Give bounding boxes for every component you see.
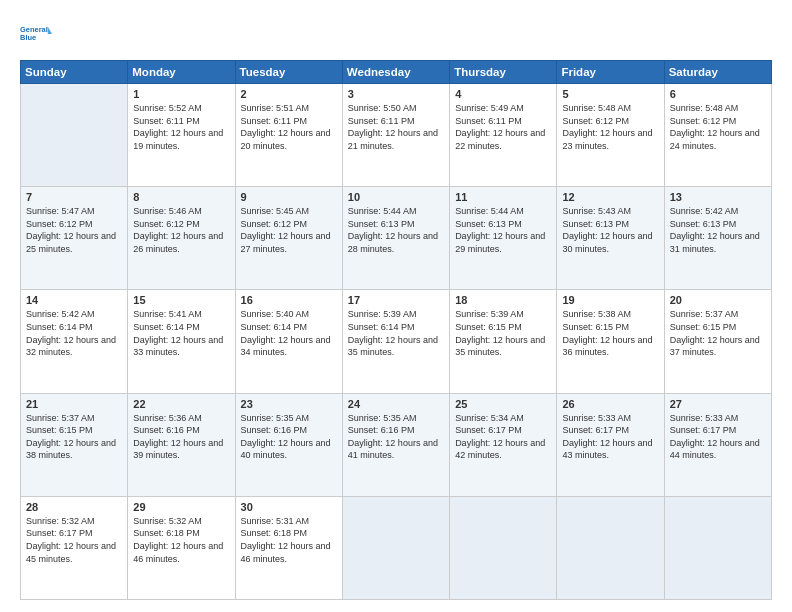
cell-info: Sunrise: 5:44 AMSunset: 6:13 PMDaylight:… [348, 205, 444, 255]
calendar-cell: 5 Sunrise: 5:48 AMSunset: 6:12 PMDayligh… [557, 84, 664, 187]
cell-info: Sunrise: 5:48 AMSunset: 6:12 PMDaylight:… [670, 102, 766, 152]
calendar-cell: 1 Sunrise: 5:52 AMSunset: 6:11 PMDayligh… [128, 84, 235, 187]
day-number: 21 [26, 398, 122, 410]
cell-info: Sunrise: 5:47 AMSunset: 6:12 PMDaylight:… [26, 205, 122, 255]
cell-info: Sunrise: 5:45 AMSunset: 6:12 PMDaylight:… [241, 205, 337, 255]
cell-info: Sunrise: 5:51 AMSunset: 6:11 PMDaylight:… [241, 102, 337, 152]
cell-info: Sunrise: 5:32 AMSunset: 6:17 PMDaylight:… [26, 515, 122, 565]
calendar-cell: 2 Sunrise: 5:51 AMSunset: 6:11 PMDayligh… [235, 84, 342, 187]
cell-info: Sunrise: 5:32 AMSunset: 6:18 PMDaylight:… [133, 515, 229, 565]
calendar-weekday-header: Monday [128, 61, 235, 84]
calendar-cell: 14 Sunrise: 5:42 AMSunset: 6:14 PMDaylig… [21, 290, 128, 393]
day-number: 26 [562, 398, 658, 410]
calendar-cell: 21 Sunrise: 5:37 AMSunset: 6:15 PMDaylig… [21, 393, 128, 496]
cell-info: Sunrise: 5:37 AMSunset: 6:15 PMDaylight:… [26, 412, 122, 462]
cell-info: Sunrise: 5:31 AMSunset: 6:18 PMDaylight:… [241, 515, 337, 565]
calendar-cell: 23 Sunrise: 5:35 AMSunset: 6:16 PMDaylig… [235, 393, 342, 496]
calendar-week-row: 1 Sunrise: 5:52 AMSunset: 6:11 PMDayligh… [21, 84, 772, 187]
calendar-cell: 7 Sunrise: 5:47 AMSunset: 6:12 PMDayligh… [21, 187, 128, 290]
calendar-week-row: 14 Sunrise: 5:42 AMSunset: 6:14 PMDaylig… [21, 290, 772, 393]
calendar-cell: 29 Sunrise: 5:32 AMSunset: 6:18 PMDaylig… [128, 496, 235, 599]
day-number: 11 [455, 191, 551, 203]
cell-info: Sunrise: 5:39 AMSunset: 6:15 PMDaylight:… [455, 308, 551, 358]
calendar-week-row: 7 Sunrise: 5:47 AMSunset: 6:12 PMDayligh… [21, 187, 772, 290]
day-number: 6 [670, 88, 766, 100]
cell-info: Sunrise: 5:40 AMSunset: 6:14 PMDaylight:… [241, 308, 337, 358]
day-number: 10 [348, 191, 444, 203]
day-number: 18 [455, 294, 551, 306]
logo-svg: General Blue [20, 18, 52, 50]
day-number: 2 [241, 88, 337, 100]
calendar-cell: 26 Sunrise: 5:33 AMSunset: 6:17 PMDaylig… [557, 393, 664, 496]
calendar-cell: 17 Sunrise: 5:39 AMSunset: 6:14 PMDaylig… [342, 290, 449, 393]
calendar-weekday-header: Friday [557, 61, 664, 84]
day-number: 19 [562, 294, 658, 306]
cell-info: Sunrise: 5:43 AMSunset: 6:13 PMDaylight:… [562, 205, 658, 255]
calendar-cell: 8 Sunrise: 5:46 AMSunset: 6:12 PMDayligh… [128, 187, 235, 290]
day-number: 1 [133, 88, 229, 100]
cell-info: Sunrise: 5:36 AMSunset: 6:16 PMDaylight:… [133, 412, 229, 462]
calendar-weekday-header: Wednesday [342, 61, 449, 84]
calendar-cell: 3 Sunrise: 5:50 AMSunset: 6:11 PMDayligh… [342, 84, 449, 187]
cell-info: Sunrise: 5:52 AMSunset: 6:11 PMDaylight:… [133, 102, 229, 152]
calendar-cell: 13 Sunrise: 5:42 AMSunset: 6:13 PMDaylig… [664, 187, 771, 290]
day-number: 9 [241, 191, 337, 203]
calendar-cell: 16 Sunrise: 5:40 AMSunset: 6:14 PMDaylig… [235, 290, 342, 393]
calendar-weekday-header: Saturday [664, 61, 771, 84]
header: General Blue [20, 18, 772, 50]
calendar-weekday-header: Sunday [21, 61, 128, 84]
cell-info: Sunrise: 5:33 AMSunset: 6:17 PMDaylight:… [562, 412, 658, 462]
calendar-cell: 18 Sunrise: 5:39 AMSunset: 6:15 PMDaylig… [450, 290, 557, 393]
day-number: 15 [133, 294, 229, 306]
day-number: 24 [348, 398, 444, 410]
calendar-cell: 28 Sunrise: 5:32 AMSunset: 6:17 PMDaylig… [21, 496, 128, 599]
calendar-cell [664, 496, 771, 599]
calendar-cell: 6 Sunrise: 5:48 AMSunset: 6:12 PMDayligh… [664, 84, 771, 187]
cell-info: Sunrise: 5:39 AMSunset: 6:14 PMDaylight:… [348, 308, 444, 358]
calendar-cell: 27 Sunrise: 5:33 AMSunset: 6:17 PMDaylig… [664, 393, 771, 496]
calendar-cell: 12 Sunrise: 5:43 AMSunset: 6:13 PMDaylig… [557, 187, 664, 290]
calendar-body: 1 Sunrise: 5:52 AMSunset: 6:11 PMDayligh… [21, 84, 772, 600]
calendar-cell: 30 Sunrise: 5:31 AMSunset: 6:18 PMDaylig… [235, 496, 342, 599]
day-number: 30 [241, 501, 337, 513]
day-number: 4 [455, 88, 551, 100]
cell-info: Sunrise: 5:44 AMSunset: 6:13 PMDaylight:… [455, 205, 551, 255]
calendar-cell: 24 Sunrise: 5:35 AMSunset: 6:16 PMDaylig… [342, 393, 449, 496]
day-number: 27 [670, 398, 766, 410]
day-number: 8 [133, 191, 229, 203]
cell-info: Sunrise: 5:48 AMSunset: 6:12 PMDaylight:… [562, 102, 658, 152]
svg-marker-2 [48, 27, 52, 34]
day-number: 7 [26, 191, 122, 203]
calendar-cell [21, 84, 128, 187]
cell-info: Sunrise: 5:34 AMSunset: 6:17 PMDaylight:… [455, 412, 551, 462]
calendar-cell [557, 496, 664, 599]
day-number: 12 [562, 191, 658, 203]
cell-info: Sunrise: 5:46 AMSunset: 6:12 PMDaylight:… [133, 205, 229, 255]
calendar-cell: 25 Sunrise: 5:34 AMSunset: 6:17 PMDaylig… [450, 393, 557, 496]
calendar-cell: 19 Sunrise: 5:38 AMSunset: 6:15 PMDaylig… [557, 290, 664, 393]
cell-info: Sunrise: 5:50 AMSunset: 6:11 PMDaylight:… [348, 102, 444, 152]
day-number: 25 [455, 398, 551, 410]
day-number: 29 [133, 501, 229, 513]
cell-info: Sunrise: 5:33 AMSunset: 6:17 PMDaylight:… [670, 412, 766, 462]
calendar-week-row: 28 Sunrise: 5:32 AMSunset: 6:17 PMDaylig… [21, 496, 772, 599]
calendar-header-row: SundayMondayTuesdayWednesdayThursdayFrid… [21, 61, 772, 84]
calendar-cell: 11 Sunrise: 5:44 AMSunset: 6:13 PMDaylig… [450, 187, 557, 290]
day-number: 5 [562, 88, 658, 100]
calendar-cell [342, 496, 449, 599]
calendar-cell: 15 Sunrise: 5:41 AMSunset: 6:14 PMDaylig… [128, 290, 235, 393]
cell-info: Sunrise: 5:42 AMSunset: 6:13 PMDaylight:… [670, 205, 766, 255]
logo: General Blue [20, 18, 52, 50]
calendar-table: SundayMondayTuesdayWednesdayThursdayFrid… [20, 60, 772, 600]
calendar-cell: 20 Sunrise: 5:37 AMSunset: 6:15 PMDaylig… [664, 290, 771, 393]
page: General Blue SundayMondayTuesdayWednesda… [0, 0, 792, 612]
calendar-cell: 9 Sunrise: 5:45 AMSunset: 6:12 PMDayligh… [235, 187, 342, 290]
day-number: 22 [133, 398, 229, 410]
day-number: 16 [241, 294, 337, 306]
day-number: 28 [26, 501, 122, 513]
calendar-cell [450, 496, 557, 599]
calendar-weekday-header: Thursday [450, 61, 557, 84]
day-number: 13 [670, 191, 766, 203]
day-number: 20 [670, 294, 766, 306]
calendar-cell: 10 Sunrise: 5:44 AMSunset: 6:13 PMDaylig… [342, 187, 449, 290]
